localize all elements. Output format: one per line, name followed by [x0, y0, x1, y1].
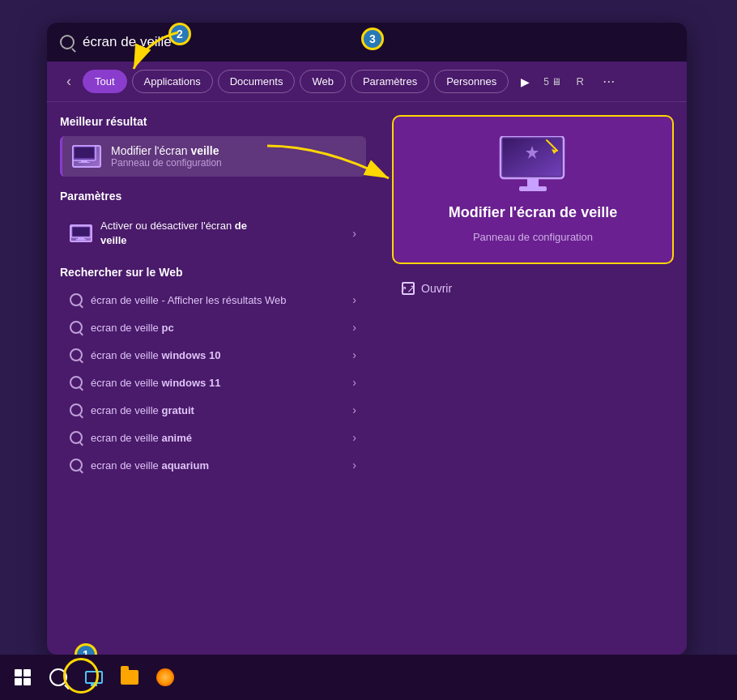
- web-search-icon-3: [70, 376, 83, 389]
- web-search-icon-4: [70, 403, 83, 416]
- monitor-taskbar-icon: [85, 671, 103, 684]
- settings-item-left: Activer ou désactiver l'écran deveille: [70, 219, 247, 248]
- r-icon: R: [569, 70, 591, 93]
- result-item-subtitle: Panneau de configuration: [111, 157, 222, 169]
- search-taskbar-button[interactable]: [42, 661, 75, 694]
- web-item-text-1: ecran de veille pc: [91, 322, 174, 334]
- web-item-5[interactable]: ecran de veille animé ›: [60, 425, 366, 450]
- svg-rect-12: [527, 178, 539, 186]
- web-item-3[interactable]: écran de veille windows 11 ›: [60, 369, 366, 395]
- result-monitor-icon: [72, 145, 101, 168]
- tab-personnes[interactable]: Personnes: [434, 70, 509, 93]
- result-text: Modifier l'écran veille Panneau de confi…: [111, 144, 222, 169]
- svg-rect-5: [73, 228, 89, 236]
- ellipsis-icon[interactable]: ···: [596, 70, 621, 93]
- web-chevron-5: ›: [352, 431, 356, 444]
- svg-rect-6: [78, 237, 84, 239]
- annotation-badge-2: 2: [168, 23, 191, 45]
- best-result-title: Meilleur résultat: [60, 115, 366, 128]
- tab-applications[interactable]: Applications: [132, 70, 213, 93]
- right-panel: Modifier l'écran de veille Panneau de co…: [379, 102, 687, 645]
- settings-monitor-icon: [70, 224, 92, 242]
- desktop: ‹ Tout Applications Documents Web Paramè…: [0, 0, 737, 700]
- settings-item-text: Activer ou désactiver l'écran deveille: [100, 219, 247, 248]
- web-item-6[interactable]: ecran de veille aquarium ›: [60, 452, 366, 478]
- tab-documents[interactable]: Documents: [218, 70, 296, 93]
- svg-rect-13: [519, 186, 547, 191]
- web-item-text-5: ecran de veille animé: [91, 432, 192, 444]
- web-item-text-0: écran de veille - Afficher les résultats…: [91, 294, 287, 306]
- svg-rect-2: [81, 160, 87, 162]
- svg-rect-7: [76, 239, 86, 241]
- best-result-item[interactable]: Modifier l'écran veille Panneau de confi…: [60, 136, 366, 177]
- web-item-4[interactable]: ecran de veille gratuit ›: [60, 397, 366, 423]
- web-search-icon-6: [70, 459, 83, 472]
- result-card-icon: [496, 136, 569, 194]
- windows-start-button[interactable]: [6, 661, 39, 694]
- settings-item[interactable]: Activer ou désactiver l'écran deveille ›: [60, 211, 366, 256]
- badge-5-icon: 5 🖥: [541, 70, 564, 93]
- web-search-icon-5: [70, 431, 83, 444]
- chevron-icon: ›: [352, 227, 356, 240]
- web-chevron-1: ›: [352, 321, 356, 334]
- files-taskbar-button[interactable]: [113, 661, 146, 694]
- result-card: Modifier l'écran de veille Panneau de co…: [392, 115, 674, 264]
- firefox-icon: [156, 668, 174, 686]
- web-chevron-2: ›: [352, 348, 356, 361]
- monitor-taskbar-button[interactable]: [78, 661, 110, 694]
- search-window: ‹ Tout Applications Documents Web Paramè…: [47, 23, 687, 655]
- web-chevron-0: ›: [352, 293, 356, 306]
- more-icon[interactable]: ▶: [513, 70, 536, 93]
- web-item-text-6: ecran de veille aquarium: [91, 459, 209, 472]
- back-button[interactable]: ‹: [60, 70, 78, 93]
- web-chevron-4: ›: [352, 403, 356, 416]
- result-card-subtitle: Panneau de configuration: [473, 231, 593, 243]
- search-icon: [60, 35, 75, 49]
- web-search-title: Rechercher sur le Web: [60, 266, 366, 279]
- filter-tabs: ‹ Tout Applications Documents Web Paramè…: [47, 62, 687, 102]
- svg-rect-1: [75, 147, 94, 158]
- web-item-text-2: écran de veille windows 10: [91, 349, 220, 361]
- web-chevron-6: ›: [352, 459, 356, 472]
- file-icon: [121, 670, 138, 685]
- left-panel: Meilleur résultat Modifier l'écran veill…: [47, 102, 379, 645]
- web-item-1[interactable]: ecran de veille pc ›: [60, 314, 366, 340]
- web-item-0[interactable]: écran de veille - Afficher les résultats…: [60, 287, 366, 313]
- web-search-icon-1: [70, 321, 83, 334]
- tab-tout[interactable]: Tout: [83, 70, 127, 93]
- web-chevron-3: ›: [352, 376, 356, 389]
- search-taskbar-icon: [49, 668, 67, 686]
- annotation-badge-3: 3: [361, 28, 384, 50]
- open-icon: ↗: [402, 282, 415, 295]
- web-search-icon-0: [70, 293, 83, 306]
- svg-rect-3: [79, 162, 90, 163]
- web-item-text-3: écran de veille windows 11: [91, 377, 220, 389]
- result-item-title: Modifier l'écran veille: [111, 144, 222, 157]
- open-label: Ouvrir: [421, 282, 452, 295]
- open-button[interactable]: ↗ Ouvrir: [392, 277, 462, 300]
- svg-rect-10: [503, 139, 561, 176]
- parametres-title: Paramètres: [60, 190, 366, 203]
- web-item-2[interactable]: écran de veille windows 10 ›: [60, 342, 366, 368]
- tab-web[interactable]: Web: [300, 70, 346, 93]
- web-item-text-4: ecran de veille gratuit: [91, 404, 194, 416]
- windows-icon: [15, 669, 31, 685]
- tab-parametres[interactable]: Paramètres: [351, 70, 429, 93]
- firefox-taskbar-button[interactable]: [149, 661, 181, 694]
- web-search-icon-2: [70, 348, 83, 361]
- result-card-title: Modifier l'écran de veille: [449, 204, 617, 221]
- content-area: Meilleur résultat Modifier l'écran veill…: [47, 102, 687, 645]
- taskbar: [0, 655, 737, 700]
